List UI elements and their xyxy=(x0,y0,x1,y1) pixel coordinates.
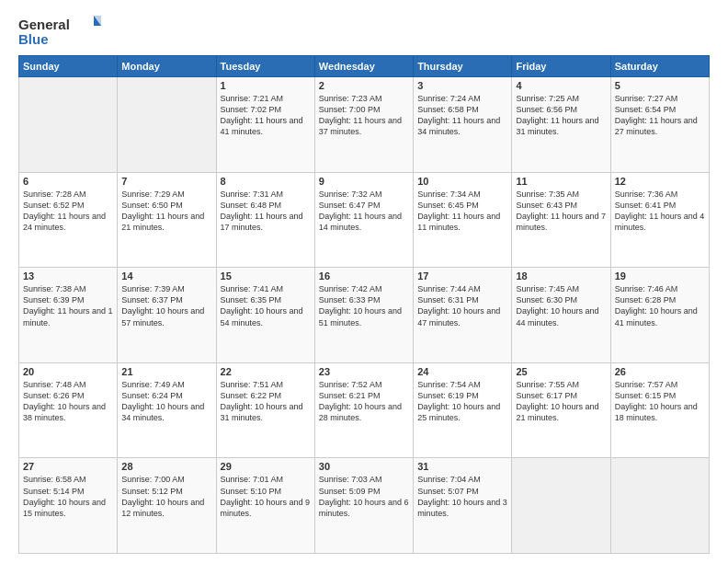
calendar-week-row: 20Sunrise: 7:48 AM Sunset: 6:26 PM Dayli… xyxy=(19,362,710,458)
weekday-header-tuesday: Tuesday xyxy=(216,56,314,77)
calendar-cell: 6Sunrise: 7:28 AM Sunset: 6:52 PM Daylig… xyxy=(19,172,118,268)
calendar-cell: 30Sunrise: 7:03 AM Sunset: 5:09 PM Dayli… xyxy=(314,458,413,554)
day-info: Sunrise: 7:57 AM Sunset: 6:15 PM Dayligh… xyxy=(615,379,705,424)
day-number: 16 xyxy=(319,270,409,282)
weekday-header-sunday: Sunday xyxy=(19,56,118,77)
weekday-header-saturday: Saturday xyxy=(610,56,709,77)
weekday-header-monday: Monday xyxy=(118,56,216,77)
calendar-cell: 22Sunrise: 7:51 AM Sunset: 6:22 PM Dayli… xyxy=(216,362,314,458)
day-number: 9 xyxy=(319,176,409,187)
day-number: 17 xyxy=(417,270,507,282)
day-info: Sunrise: 7:55 AM Sunset: 6:17 PM Dayligh… xyxy=(516,379,606,424)
calendar-cell: 31Sunrise: 7:04 AM Sunset: 5:07 PM Dayli… xyxy=(414,458,512,554)
day-info: Sunrise: 7:32 AM Sunset: 6:47 PM Dayligh… xyxy=(319,189,409,234)
calendar-cell: 4Sunrise: 7:25 AM Sunset: 6:56 PM Daylig… xyxy=(512,77,610,173)
calendar-cell: 27Sunrise: 6:58 AM Sunset: 5:14 PM Dayli… xyxy=(19,458,118,554)
logo-icon: General Blue xyxy=(18,15,101,50)
day-info: Sunrise: 7:41 AM Sunset: 6:35 PM Dayligh… xyxy=(221,283,311,328)
day-number: 13 xyxy=(23,270,113,282)
day-info: Sunrise: 7:48 AM Sunset: 6:26 PM Dayligh… xyxy=(23,379,113,424)
day-number: 4 xyxy=(516,80,606,91)
calendar-cell xyxy=(610,458,709,554)
day-number: 8 xyxy=(221,176,311,187)
day-info: Sunrise: 7:51 AM Sunset: 6:22 PM Dayligh… xyxy=(221,379,311,424)
calendar-cell: 15Sunrise: 7:41 AM Sunset: 6:35 PM Dayli… xyxy=(216,268,314,363)
day-number: 7 xyxy=(121,176,211,187)
day-number: 20 xyxy=(23,366,113,377)
day-info: Sunrise: 7:04 AM Sunset: 5:07 PM Dayligh… xyxy=(417,474,507,519)
day-info: Sunrise: 7:27 AM Sunset: 6:54 PM Dayligh… xyxy=(615,93,705,138)
calendar-cell: 25Sunrise: 7:55 AM Sunset: 6:17 PM Dayli… xyxy=(512,362,610,458)
day-info: Sunrise: 7:36 AM Sunset: 6:41 PM Dayligh… xyxy=(615,189,705,234)
weekday-header-row: SundayMondayTuesdayWednesdayThursdayFrid… xyxy=(19,56,710,77)
page: General Blue SundayMondayTuesdayWednesda… xyxy=(0,0,728,563)
calendar-cell xyxy=(118,77,216,173)
weekday-header-thursday: Thursday xyxy=(414,56,512,77)
calendar-week-row: 6Sunrise: 7:28 AM Sunset: 6:52 PM Daylig… xyxy=(19,172,710,268)
calendar-cell: 23Sunrise: 7:52 AM Sunset: 6:21 PM Dayli… xyxy=(314,362,413,458)
weekday-header-friday: Friday xyxy=(512,56,610,77)
calendar-cell: 28Sunrise: 7:00 AM Sunset: 5:12 PM Dayli… xyxy=(118,458,216,554)
calendar-cell: 1Sunrise: 7:21 AM Sunset: 7:02 PM Daylig… xyxy=(216,77,314,173)
day-info: Sunrise: 7:31 AM Sunset: 6:48 PM Dayligh… xyxy=(221,189,311,234)
calendar-cell: 12Sunrise: 7:36 AM Sunset: 6:41 PM Dayli… xyxy=(610,172,709,268)
calendar-cell: 24Sunrise: 7:54 AM Sunset: 6:19 PM Dayli… xyxy=(414,362,512,458)
day-number: 3 xyxy=(417,80,507,91)
day-number: 22 xyxy=(221,366,311,377)
header: General Blue xyxy=(18,15,710,50)
calendar-cell: 21Sunrise: 7:49 AM Sunset: 6:24 PM Dayli… xyxy=(118,362,216,458)
calendar-cell: 26Sunrise: 7:57 AM Sunset: 6:15 PM Dayli… xyxy=(610,362,709,458)
day-info: Sunrise: 7:29 AM Sunset: 6:50 PM Dayligh… xyxy=(121,189,211,234)
day-number: 5 xyxy=(615,80,705,91)
calendar-cell: 8Sunrise: 7:31 AM Sunset: 6:48 PM Daylig… xyxy=(216,172,314,268)
day-number: 6 xyxy=(23,176,113,187)
day-number: 2 xyxy=(319,80,409,91)
day-info: Sunrise: 7:00 AM Sunset: 5:12 PM Dayligh… xyxy=(121,474,211,519)
day-info: Sunrise: 7:52 AM Sunset: 6:21 PM Dayligh… xyxy=(319,379,409,424)
day-info: Sunrise: 7:39 AM Sunset: 6:37 PM Dayligh… xyxy=(121,283,211,328)
day-info: Sunrise: 7:34 AM Sunset: 6:45 PM Dayligh… xyxy=(417,189,507,234)
day-number: 1 xyxy=(221,80,311,91)
day-number: 19 xyxy=(615,270,705,282)
day-info: Sunrise: 7:21 AM Sunset: 7:02 PM Dayligh… xyxy=(221,93,311,138)
calendar-cell: 7Sunrise: 7:29 AM Sunset: 6:50 PM Daylig… xyxy=(118,172,216,268)
day-info: Sunrise: 6:58 AM Sunset: 5:14 PM Dayligh… xyxy=(23,474,113,519)
day-info: Sunrise: 7:35 AM Sunset: 6:43 PM Dayligh… xyxy=(516,189,606,234)
day-number: 12 xyxy=(615,176,705,187)
day-info: Sunrise: 7:42 AM Sunset: 6:33 PM Dayligh… xyxy=(319,283,409,328)
svg-text:General: General xyxy=(18,17,70,32)
calendar-cell: 20Sunrise: 7:48 AM Sunset: 6:26 PM Dayli… xyxy=(19,362,118,458)
day-number: 31 xyxy=(417,461,507,472)
day-number: 23 xyxy=(319,366,409,377)
calendar-cell: 3Sunrise: 7:24 AM Sunset: 6:58 PM Daylig… xyxy=(414,77,512,173)
day-info: Sunrise: 7:45 AM Sunset: 6:30 PM Dayligh… xyxy=(516,283,606,328)
day-number: 14 xyxy=(121,270,211,282)
day-info: Sunrise: 7:49 AM Sunset: 6:24 PM Dayligh… xyxy=(121,379,211,424)
calendar-cell: 18Sunrise: 7:45 AM Sunset: 6:30 PM Dayli… xyxy=(512,268,610,363)
calendar-cell: 11Sunrise: 7:35 AM Sunset: 6:43 PM Dayli… xyxy=(512,172,610,268)
calendar-cell: 16Sunrise: 7:42 AM Sunset: 6:33 PM Dayli… xyxy=(314,268,413,363)
calendar-cell: 2Sunrise: 7:23 AM Sunset: 7:00 PM Daylig… xyxy=(314,77,413,173)
calendar-cell: 13Sunrise: 7:38 AM Sunset: 6:39 PM Dayli… xyxy=(19,268,118,363)
day-info: Sunrise: 7:01 AM Sunset: 5:10 PM Dayligh… xyxy=(221,474,311,519)
day-number: 26 xyxy=(615,366,705,377)
calendar-cell: 9Sunrise: 7:32 AM Sunset: 6:47 PM Daylig… xyxy=(314,172,413,268)
day-number: 29 xyxy=(221,461,311,472)
calendar-cell: 14Sunrise: 7:39 AM Sunset: 6:37 PM Dayli… xyxy=(118,268,216,363)
day-info: Sunrise: 7:38 AM Sunset: 6:39 PM Dayligh… xyxy=(23,283,113,328)
day-number: 30 xyxy=(319,461,409,472)
day-number: 21 xyxy=(121,366,211,377)
day-info: Sunrise: 7:44 AM Sunset: 6:31 PM Dayligh… xyxy=(417,283,507,328)
calendar-cell: 29Sunrise: 7:01 AM Sunset: 5:10 PM Dayli… xyxy=(216,458,314,554)
day-number: 28 xyxy=(121,461,211,472)
day-number: 25 xyxy=(516,366,606,377)
calendar-cell: 19Sunrise: 7:46 AM Sunset: 6:28 PM Dayli… xyxy=(610,268,709,363)
calendar-week-row: 27Sunrise: 6:58 AM Sunset: 5:14 PM Dayli… xyxy=(19,458,710,554)
day-number: 10 xyxy=(417,176,507,187)
calendar-cell: 10Sunrise: 7:34 AM Sunset: 6:45 PM Dayli… xyxy=(414,172,512,268)
day-number: 11 xyxy=(516,176,606,187)
calendar-cell: 17Sunrise: 7:44 AM Sunset: 6:31 PM Dayli… xyxy=(414,268,512,363)
day-info: Sunrise: 7:46 AM Sunset: 6:28 PM Dayligh… xyxy=(615,283,705,328)
day-info: Sunrise: 7:03 AM Sunset: 5:09 PM Dayligh… xyxy=(319,474,409,519)
day-info: Sunrise: 7:24 AM Sunset: 6:58 PM Dayligh… xyxy=(417,93,507,138)
